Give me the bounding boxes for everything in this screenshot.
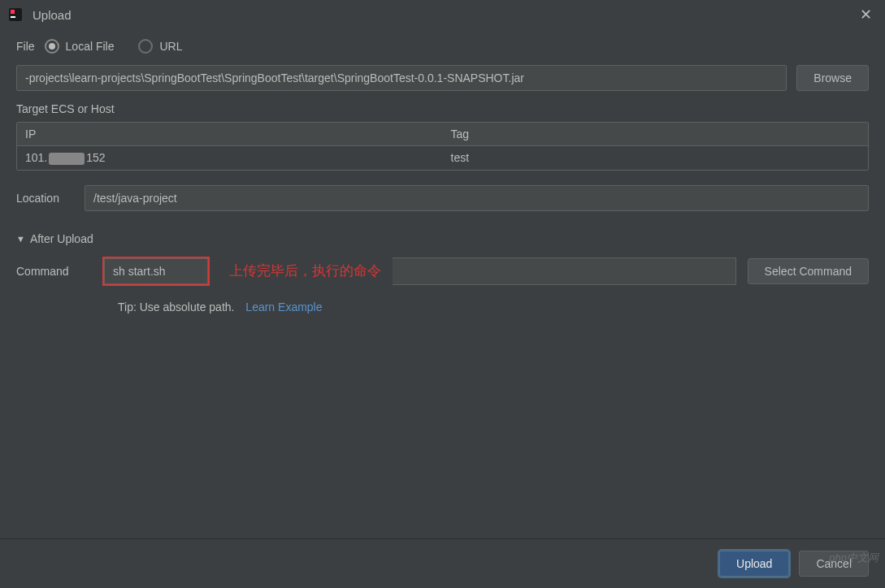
app-icon	[8, 7, 23, 22]
file-path-input[interactable]	[16, 65, 787, 91]
location-input[interactable]	[85, 185, 869, 211]
command-input[interactable]	[104, 258, 208, 284]
local-file-radio-label: Local File	[66, 40, 115, 53]
tip-text: Tip: Use absolute path.	[118, 300, 234, 313]
table-row[interactable]: 101.152 test	[17, 146, 868, 170]
close-icon[interactable]: ✕	[855, 6, 877, 24]
cell-tag: test	[443, 146, 869, 170]
chevron-down-icon: ▼	[16, 234, 25, 244]
ip-suffix: 152	[86, 151, 105, 164]
after-upload-heading: After Upload	[30, 232, 93, 245]
column-tag: Tag	[443, 123, 869, 145]
location-row: Location	[16, 185, 869, 211]
command-input-extension[interactable]	[393, 257, 736, 285]
masked-ip-segment	[49, 153, 85, 165]
command-row: Command 上传完毕后，执行的命令 Select Command	[16, 257, 869, 286]
location-label: Location	[16, 192, 75, 205]
target-heading: Target ECS or Host	[16, 102, 869, 115]
command-highlight-box	[102, 257, 210, 286]
cell-ip: 101.152	[17, 146, 443, 170]
dialog-title: Upload	[33, 8, 855, 22]
file-path-row: Browse	[16, 65, 869, 91]
command-label: Command	[16, 265, 91, 278]
select-command-button[interactable]: Select Command	[748, 258, 869, 284]
table-header-row: IP Tag	[17, 123, 868, 146]
svg-rect-1	[11, 10, 15, 14]
browse-button[interactable]: Browse	[796, 65, 869, 91]
dialog-footer: Upload Cancel	[0, 538, 885, 588]
command-annotation: 上传完毕后，执行的命令	[229, 262, 381, 280]
target-table: IP Tag 101.152 test	[16, 122, 869, 171]
after-upload-toggle[interactable]: ▼ After Upload	[16, 232, 93, 245]
file-label: File	[16, 40, 35, 53]
learn-example-link[interactable]: Learn Example	[245, 300, 322, 313]
cancel-button[interactable]: Cancel	[799, 551, 869, 577]
svg-rect-2	[11, 16, 15, 18]
tip-row: Tip: Use absolute path. Learn Example	[118, 300, 869, 313]
url-radio[interactable]: URL	[138, 39, 182, 54]
ip-prefix: 101.	[25, 151, 47, 164]
titlebar: Upload ✕	[0, 0, 885, 29]
file-source-row: File Local File URL	[16, 39, 869, 54]
url-radio-label: URL	[159, 40, 182, 53]
upload-button[interactable]: Upload	[719, 551, 789, 577]
radio-selected-icon	[45, 39, 59, 54]
local-file-radio[interactable]: Local File	[45, 39, 115, 54]
radio-unselected-icon	[138, 39, 153, 54]
column-ip: IP	[17, 123, 443, 145]
